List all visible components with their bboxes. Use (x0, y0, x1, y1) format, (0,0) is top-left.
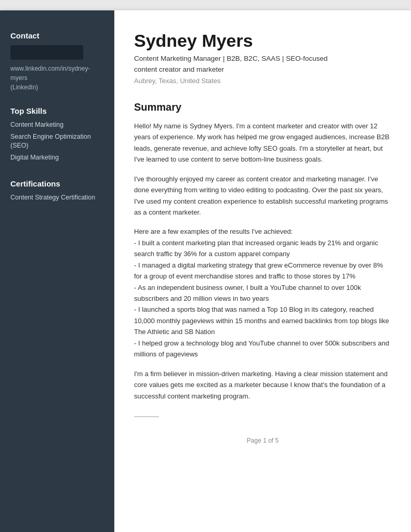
profile-title: Content Marketing Manager | B2B, B2C, SA… (134, 54, 391, 75)
contact-label: Contact (10, 31, 104, 40)
linkedin-block (10, 45, 83, 60)
top-skills-label: Top Skills (10, 107, 104, 115)
skill-item: Digital Marketing (10, 153, 104, 163)
summary-paragraph-2: I've thoroughly enjoyed my career as con… (134, 174, 391, 218)
resume-page: Contact www.linkedin.com/in/sydney-myers… (0, 10, 411, 532)
profile-location: Aubrey, Texas, United States (134, 77, 391, 85)
skill-item: Content Marketing (10, 121, 104, 130)
profile-name: Sydney Myers (134, 31, 391, 50)
contact-section: Contact www.linkedin.com/in/sydney-myers… (10, 31, 104, 92)
skill-item: Search Engine Optimization (SEO) (10, 132, 104, 151)
cert-item: Content Strategy Certification (10, 193, 104, 203)
summary-paragraph-4: I'm a firm believer in mission-driven ma… (134, 368, 391, 402)
sidebar: Contact www.linkedin.com/in/sydney-myers… (0, 10, 114, 532)
summary-paragraph-1: Hello! My name is Sydney Myers. I'm a co… (134, 121, 391, 165)
certifications-label: Certifications (10, 179, 104, 188)
summary-paragraph-3: Here are a few examples of the results I… (134, 226, 391, 360)
main-content: Sydney Myers Content Marketing Manager |… (114, 10, 411, 532)
profile-title-line2: content creator and marketer (134, 65, 224, 73)
page-footer: Page 1 of 5 (134, 433, 391, 444)
top-skills-section: Top Skills Content Marketing Search Engi… (10, 107, 104, 165)
certifications-section: Certifications Content Strategy Certific… (10, 179, 104, 205)
profile-title-line1: Content Marketing Manager | B2B, B2C, SA… (134, 55, 327, 62)
section-divider (134, 416, 159, 417)
linkedin-text[interactable]: www.linkedin.com/in/sydney-myers(LinkedI… (10, 64, 104, 92)
summary-title: Summary (134, 101, 391, 113)
